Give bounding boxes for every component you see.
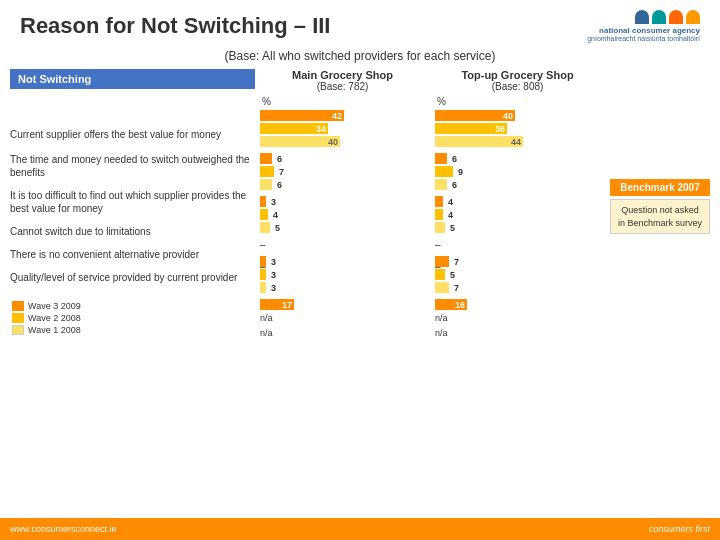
bar-val-tu-2-w2: 9: [458, 167, 463, 177]
bar-mg-1-w2: 34: [260, 123, 328, 134]
bar-val-tu-5-w3: 7: [454, 257, 459, 267]
logo-area: national consumer agency gníomhaireacht …: [587, 10, 700, 42]
bar-tu-3-w1: [435, 222, 445, 233]
bar-val-tu-2-w1: 6: [452, 180, 457, 190]
bar-group-1-mg: 42 34 40: [260, 110, 425, 147]
bar-row-6-tu-w3: 16: [435, 299, 600, 310]
bar-val-mg-2-w1: 6: [277, 180, 282, 190]
benchmark-label: Benchmark 2007: [610, 179, 710, 196]
bar-row-5-tu-w2: 5: [435, 269, 600, 280]
bar-row-3-tu-w1: 5: [435, 222, 600, 233]
bar-row-3-mg-w3: 3: [260, 196, 425, 207]
bar-row-3-mg-w1: 5: [260, 222, 425, 233]
logo-fig-3: [669, 10, 683, 24]
top-up-base: (Base: 808): [435, 81, 600, 92]
na-mg-2: n/a: [260, 327, 425, 340]
bar-group-5-tu: 7 5 7: [435, 256, 600, 293]
main-grocery-chart: Main Grocery Shop (Base: 782) % 42 34 40: [260, 69, 425, 345]
bar-val-tu-2-w3: 6: [452, 154, 457, 164]
bar-val-mg-2-w3: 6: [277, 154, 282, 164]
top-up-grocery-chart: Top-up Grocery Shop (Base: 808) % 40 36 …: [435, 69, 600, 345]
bar-group-1-tu: 40 36 44: [435, 110, 600, 147]
bar-tu-3-w3: [435, 196, 443, 207]
bar-group-6-tu: 16 n/a n/a: [435, 299, 600, 339]
bar-val-tu-3-w2: 4: [448, 210, 453, 220]
bar-mg-3-w1: [260, 222, 270, 233]
top-up-pct: %: [435, 96, 600, 107]
top-up-header: Top-up Grocery Shop (Base: 808): [435, 69, 600, 92]
bar-mg-2-w3: [260, 153, 272, 164]
bar-row-5-mg-w2: 3: [260, 269, 425, 280]
bar-row-3-tu-w3: 4: [435, 196, 600, 207]
bar-val-tu-5-w2: 5: [450, 270, 455, 280]
legend-label-wave3: Wave 3 2009: [28, 301, 81, 311]
legend: Wave 3 2009 Wave 2 2008 Wave 1 2008: [10, 301, 255, 335]
bar-mg-2-w2: [260, 166, 274, 177]
bar-row-5-mg-w3: 3: [260, 256, 425, 267]
bar-val-tu-3-w3: 4: [448, 197, 453, 207]
bar-row-1-mg-w2: 34: [260, 123, 425, 134]
bar-tu-1-w2: 36: [435, 123, 507, 134]
legend-wave3: Wave 3 2009: [12, 301, 255, 311]
na-tu-1: n/a: [435, 312, 600, 325]
bar-mg-2-w1: [260, 179, 272, 190]
bar-row-5-tu-w1: 7: [435, 282, 600, 293]
page-title: Reason for Not Switching – III: [20, 13, 330, 39]
logo-subtext: gníomhaireacht náisiúnta tomhaltóirí: [587, 35, 700, 42]
bar-tu-2-w2: [435, 166, 453, 177]
bar-val-mg-5-w2: 3: [271, 270, 276, 280]
bar-mg-5-w2: [260, 269, 266, 280]
benchmark-note: Question not asked in Benchmark survey: [610, 199, 710, 234]
bar-tu-6-w3: 16: [435, 299, 467, 310]
main-grocery-header: Main Grocery Shop (Base: 782): [260, 69, 425, 92]
label-6: Quality/level of service provided by cur…: [10, 268, 255, 287]
not-switching-label: Not Switching: [10, 69, 255, 89]
label-5: There is no convenient alternative provi…: [10, 245, 255, 264]
bar-tu-1-w1: 44: [435, 136, 523, 147]
bar-group-5-mg: 3 3 3: [260, 256, 425, 293]
bar-row-2-mg-w2: 7: [260, 166, 425, 177]
bar-row-5-mg-w1: 3: [260, 282, 425, 293]
bar-val-tu-5-w1: 7: [454, 283, 459, 293]
legend-wave2: Wave 2 2008: [12, 313, 255, 323]
bar-tu-5-w2: [435, 269, 445, 280]
bar-tu-5-w1: [435, 282, 449, 293]
dash-group-tu: –––: [435, 239, 600, 250]
logo-figures: [635, 10, 700, 24]
bar-group-3-tu: 4 4 5: [435, 196, 600, 233]
bar-val-mg-3-w2: 4: [273, 210, 278, 220]
bar-mg-3-w3: [260, 196, 266, 207]
bar-val-mg-3-w3: 3: [271, 197, 276, 207]
na-mg-1: n/a: [260, 312, 425, 325]
bar-val-mg-5-w3: 3: [271, 257, 276, 267]
bar-val-mg-3-w1: 5: [275, 223, 280, 233]
footer-bar: www.consumersconnect.ie consumers first: [0, 518, 720, 540]
main-content: Not Switching Current supplier offers th…: [0, 69, 720, 345]
bar-tu-1-w3: 40: [435, 110, 515, 121]
bar-tu-5-w3: [435, 256, 449, 267]
page: Reason for Not Switching – III national …: [0, 0, 720, 540]
bar-row-2-mg-w3: 6: [260, 153, 425, 164]
bar-row-1-mg-w1: 40: [260, 136, 425, 147]
bar-mg-3-w2: [260, 209, 268, 220]
logo-fig-4: [686, 10, 700, 24]
legend-box-wave1: [12, 325, 24, 335]
legend-wave1: Wave 1 2008: [12, 325, 255, 335]
bar-val-mg-5-w1: 3: [271, 283, 276, 293]
logo-fig-2: [652, 10, 666, 24]
bar-row-5-tu-w3: 7: [435, 256, 600, 267]
legend-label-wave2: Wave 2 2008: [28, 313, 81, 323]
footer-left: www.consumersconnect.ie: [10, 524, 117, 534]
bar-row-3-tu-w2: 4: [435, 209, 600, 220]
bar-group-3-mg: 3 4 5: [260, 196, 425, 233]
bar-mg-1-w3: 42: [260, 110, 344, 121]
bar-tu-2-w3: [435, 153, 447, 164]
main-grocery-title: Main Grocery Shop: [260, 69, 425, 81]
bar-val-tu-3-w1: 5: [450, 223, 455, 233]
bar-tu-3-w2: [435, 209, 443, 220]
dash-group-mg: –––: [260, 239, 425, 250]
bar-tu-2-w1: [435, 179, 447, 190]
label-3: It is too difficult to find out which su…: [10, 186, 255, 218]
na-tu-2: n/a: [435, 327, 600, 340]
footer-right: consumers first: [649, 524, 710, 534]
